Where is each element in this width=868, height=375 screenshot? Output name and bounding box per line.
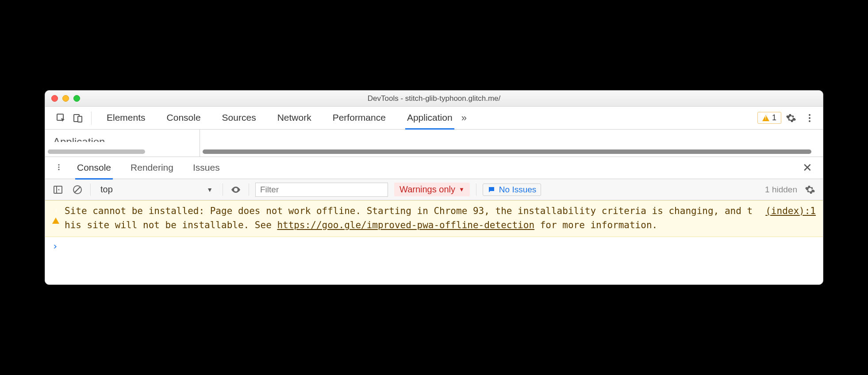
more-tabs-button[interactable]: »: [455, 112, 473, 124]
issues-count-text: 1: [772, 113, 776, 122]
svg-point-8: [58, 168, 60, 170]
toolbar-separator: [90, 184, 91, 196]
window-title: DevTools - stitch-glib-typhoon.glitch.me…: [45, 94, 823, 103]
drawer-toolbar: Console Rendering Issues ✕: [45, 157, 823, 179]
drawer-more-button[interactable]: [50, 162, 67, 174]
toolbar-separator: [476, 184, 476, 196]
warning-text-post: for more information.: [534, 220, 657, 230]
log-level-select[interactable]: Warnings only ▼: [394, 183, 470, 196]
application-content: [200, 130, 823, 157]
clear-console-icon[interactable]: [71, 183, 84, 196]
drawer-tab-issues[interactable]: Issues: [191, 157, 222, 179]
application-sidebar[interactable]: Application: [45, 130, 200, 157]
caret-down-icon: ▼: [207, 186, 213, 193]
prompt-caret-icon: ›: [52, 241, 58, 252]
sidebar-heading-application: Application: [53, 136, 105, 148]
svg-point-4: [809, 117, 810, 119]
sidebar-scrollbar[interactable]: [48, 149, 145, 154]
titlebar: DevTools - stitch-glib-typhoon.glitch.me…: [45, 91, 823, 107]
maximize-window-button[interactable]: [73, 95, 80, 102]
live-expression-icon[interactable]: [229, 183, 242, 196]
settings-button[interactable]: [782, 109, 800, 127]
message-icon: [488, 186, 495, 194]
warning-text: Site cannot be installed: Page does not …: [65, 204, 757, 232]
close-window-button[interactable]: [51, 95, 58, 102]
console-output: Site cannot be installed: Page does not …: [45, 200, 823, 284]
console-sidebar-toggle-icon[interactable]: [51, 183, 65, 196]
tab-application[interactable]: Application: [405, 107, 454, 130]
devtools-window: DevTools - stitch-glib-typhoon.glitch.me…: [45, 90, 823, 285]
tab-elements[interactable]: Elements: [105, 107, 147, 129]
tab-network[interactable]: Network: [276, 107, 313, 129]
log-level-label: Warnings only: [399, 184, 455, 195]
inspect-element-icon[interactable]: [53, 110, 69, 126]
tab-console[interactable]: Console: [165, 107, 203, 129]
issues-button[interactable]: No Issues: [483, 184, 541, 196]
console-warning-message[interactable]: Site cannot be installed: Page does not …: [45, 200, 823, 237]
drawer-tab-console[interactable]: Console: [75, 157, 113, 180]
warning-link[interactable]: https://goo.gle/improved-pwa-offline-det…: [277, 220, 534, 230]
svg-rect-2: [78, 116, 82, 122]
more-options-button[interactable]: [801, 109, 818, 127]
warning-icon: [762, 115, 769, 121]
application-panel: Application: [45, 130, 823, 157]
source-link[interactable]: (index):1: [765, 206, 816, 216]
message-source: (index):1: [765, 204, 816, 232]
window-controls: [45, 95, 80, 102]
main-toolbar: Elements Console Sources Network Perform…: [45, 107, 823, 130]
issues-counter[interactable]: 1: [757, 112, 781, 124]
tab-sources[interactable]: Sources: [220, 107, 258, 129]
svg-line-11: [74, 187, 81, 193]
console-prompt[interactable]: ›: [45, 237, 823, 255]
svg-point-3: [809, 114, 810, 116]
svg-point-7: [58, 166, 60, 168]
issues-button-label: No Issues: [499, 185, 536, 195]
hidden-messages-count[interactable]: 1 hidden: [765, 185, 797, 195]
context-label: top: [100, 184, 113, 195]
tab-performance[interactable]: Performance: [331, 107, 388, 129]
minimize-window-button[interactable]: [62, 95, 69, 102]
drawer-tabs: Console Rendering Issues: [75, 157, 222, 179]
svg-point-12: [235, 189, 237, 191]
warning-icon: [52, 204, 65, 232]
toolbar-separator: [223, 184, 223, 196]
execution-context-select[interactable]: top ▼: [97, 184, 216, 195]
main-tabs: Elements Console Sources Network Perform…: [105, 107, 454, 129]
content-scrollbar[interactable]: [203, 149, 811, 154]
svg-point-5: [809, 120, 810, 122]
toolbar-separator: [249, 184, 249, 196]
drawer-tab-rendering[interactable]: Rendering: [129, 157, 175, 179]
caret-down-icon: ▼: [459, 186, 465, 193]
toolbar-divider: [91, 111, 92, 125]
console-toolbar: top ▼ Warnings only ▼ No Issues 1 hidden: [45, 179, 823, 200]
device-toolbar-icon[interactable]: [70, 110, 86, 126]
svg-point-6: [58, 164, 60, 165]
console-filter-input[interactable]: [255, 183, 388, 197]
console-settings-icon[interactable]: [803, 183, 817, 196]
close-drawer-button[interactable]: ✕: [797, 161, 818, 175]
